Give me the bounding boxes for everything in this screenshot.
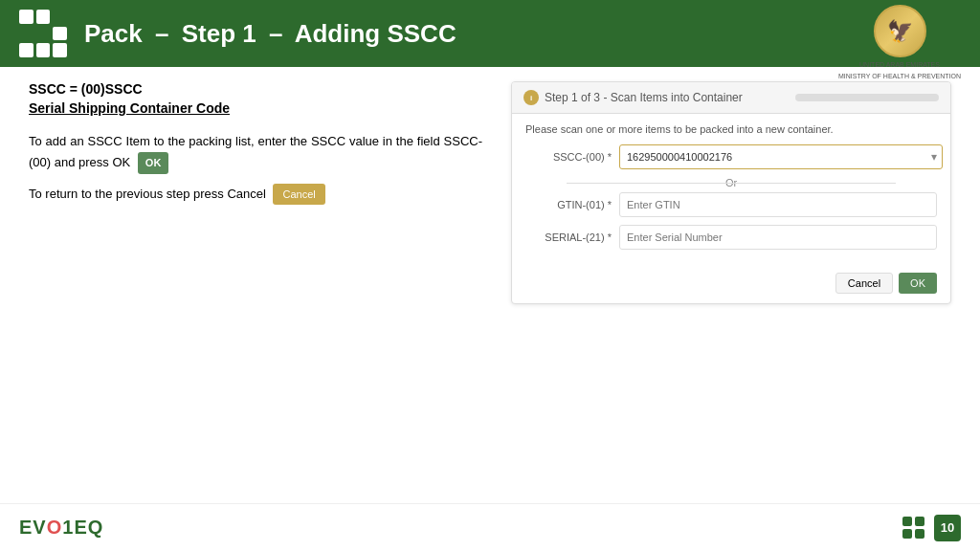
left-panel: SSCC = (00)SSCC Serial Shipping Containe… [29, 81, 492, 489]
sscc-label: SSCC-(00) * [525, 151, 612, 163]
footer-right: 10 [902, 515, 961, 541]
sscc-full-name: Serial Shipping Container Code [29, 100, 482, 116]
or-divider: Or [525, 177, 937, 188]
page-header: Pack – Step 1 – Adding SSCC 🦅 UNITED ARA… [0, 0, 980, 67]
main-content: SSCC = (00)SSCC Serial Shipping Containe… [0, 67, 980, 503]
logo-sq-5 [36, 27, 51, 41]
emblem-text-line2: MINISTRY OF HEALTH & PREVENTION [838, 72, 961, 80]
logo-sq-8 [36, 43, 51, 57]
header-logo: Pack – Step 1 – Adding SSCC [19, 10, 457, 57]
sscc-row: SSCC-(00) * ▾ [525, 144, 937, 169]
instruction-2: To return to the previous step press Can… [29, 184, 482, 206]
form-header: i Step 1 of 3 - Scan Items into Containe… [512, 82, 950, 114]
logo-grid [19, 10, 67, 57]
evoteq-logo: EVO1EQ [19, 517, 103, 539]
page-number: 10 [934, 515, 961, 541]
sscc-dropdown-arrow[interactable]: ▾ [931, 150, 937, 164]
logo-sq-3 [53, 10, 67, 24]
serial-row: SERIAL-(21) * [525, 225, 937, 250]
gtin-label: GTIN-(01) * [525, 199, 612, 210]
evoteq-logo-text: EVO1EQ [19, 517, 103, 539]
dot-1 [902, 517, 912, 526]
page-footer: EVO1EQ 10 [0, 503, 980, 551]
cancel-inline-btn[interactable]: Cancel [273, 184, 324, 206]
decorative-dots [902, 517, 924, 539]
serial-input[interactable] [619, 225, 937, 250]
gtin-input[interactable] [619, 192, 937, 217]
uae-emblem: 🦅 UNITED ARAB EMIRATES MINISTRY OF HEALT… [838, 5, 961, 80]
form-body: Please scan one or more items to be pack… [512, 114, 950, 267]
logo-sq-9 [53, 43, 67, 57]
dot-2 [915, 517, 924, 526]
logo-sq-7 [19, 43, 33, 57]
dot-4 [915, 529, 924, 539]
emblem-text-line1: UNITED ARAB EMIRATES [838, 60, 961, 69]
logo-sq-6 [53, 27, 67, 41]
form-ok-button[interactable]: OK [899, 273, 937, 294]
scan-form-card: i Step 1 of 3 - Scan Items into Containe… [511, 81, 951, 304]
serial-label: SERIAL-(21) * [525, 231, 612, 243]
form-footer: Cancel OK [512, 267, 950, 303]
logo-sq-4 [19, 27, 33, 41]
logo-sq-1 [19, 10, 33, 24]
emblem-circle: 🦅 [874, 5, 926, 57]
page-title: Pack – Step 1 – Adding SSCC [84, 19, 457, 49]
form-cancel-button[interactable]: Cancel [835, 273, 893, 294]
sscc-def-text: SSCC = (00)SSCC [29, 81, 143, 97]
right-panel: i Step 1 of 3 - Scan Items into Containe… [511, 81, 951, 489]
step-label: Step 1 of 3 - Scan Items into Container [545, 91, 743, 104]
ok-inline-btn[interactable]: OK [138, 152, 169, 174]
instruction-1: To add an SSCC Item to the packing list,… [29, 131, 482, 174]
header-progress-bar [795, 94, 939, 101]
logo-sq-2 [36, 10, 51, 24]
sscc-definition: SSCC = (00)SSCC [29, 81, 482, 97]
form-note: Please scan one or more items to be pack… [525, 123, 937, 135]
step-indicator: i [523, 90, 539, 105]
sscc-input[interactable] [619, 144, 943, 169]
gtin-row: GTIN-(01) * [525, 192, 937, 217]
dot-3 [902, 529, 912, 539]
